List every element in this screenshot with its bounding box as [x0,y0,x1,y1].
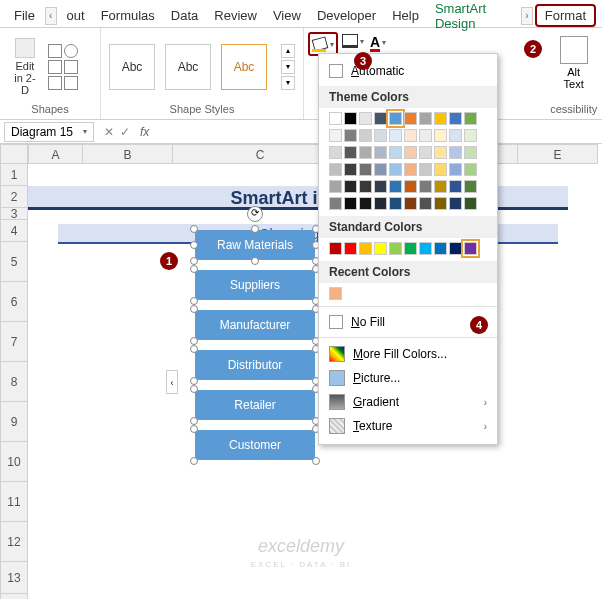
tab-smartart-design[interactable]: SmartArt Design [427,0,519,35]
font-color-button[interactable]: A ▾ [368,32,388,52]
row-header[interactable]: 11 [0,482,28,522]
color-swatch[interactable] [329,180,342,193]
color-swatch[interactable] [374,129,387,142]
color-swatch[interactable] [434,146,447,159]
row-header[interactable]: 9 [0,402,28,442]
color-swatch[interactable] [389,129,402,142]
color-swatch[interactable] [329,197,342,210]
color-swatch[interactable] [419,112,432,125]
color-swatch[interactable] [374,197,387,210]
color-swatch[interactable] [404,180,417,193]
shape-gallery[interactable] [48,44,92,90]
row-header[interactable]: 8 [0,362,28,402]
color-swatch[interactable] [464,197,477,210]
color-swatch[interactable] [374,163,387,176]
row-header[interactable]: 12 [0,522,28,562]
picture-option[interactable]: Picture... [319,366,497,390]
color-swatch[interactable] [419,163,432,176]
color-swatch[interactable] [359,242,372,255]
name-box[interactable]: Diagram 15▾ [4,122,94,142]
smartart-diagram[interactable]: ⟳ ‹ Raw Materials Suppliers Manufacturer… [180,230,330,470]
color-swatch[interactable] [389,112,402,125]
row-header[interactable]: 13 [0,562,28,594]
row-header[interactable]: 6 [0,282,28,322]
style-preset-1[interactable]: Abc [109,44,155,90]
smartart-node[interactable]: Distributor [195,350,315,380]
smartart-node[interactable]: Raw Materials [195,230,315,260]
color-swatch[interactable] [434,197,447,210]
color-swatch[interactable] [329,129,342,142]
color-swatch[interactable] [419,197,432,210]
row-header[interactable]: 2 [0,186,28,208]
color-swatch[interactable] [464,112,477,125]
tab-formulas[interactable]: Formulas [93,4,163,27]
tab-developer[interactable]: Developer [309,4,384,27]
col-header-e[interactable]: E [518,144,598,164]
color-swatch[interactable] [464,242,477,255]
color-swatch[interactable] [389,242,402,255]
color-swatch[interactable] [344,146,357,159]
color-swatch[interactable] [449,180,462,193]
row-header[interactable]: 7 [0,322,28,362]
style-preset-3[interactable]: Abc [221,44,267,90]
color-swatch[interactable] [449,112,462,125]
color-swatch[interactable] [344,197,357,210]
color-swatch[interactable] [449,129,462,142]
tab-out[interactable]: out [59,4,93,27]
automatic-option[interactable]: AAutomaticutomatic [319,60,497,82]
color-swatch[interactable] [404,163,417,176]
color-swatch[interactable] [359,112,372,125]
color-swatch[interactable] [374,180,387,193]
color-swatch[interactable] [374,242,387,255]
color-swatch[interactable] [449,146,462,159]
row-header[interactable]: 14 [0,594,28,599]
color-swatch[interactable] [434,129,447,142]
color-swatch[interactable] [359,146,372,159]
row-header[interactable]: 3 [0,208,28,220]
style-scroll-down[interactable]: ▾ [281,60,295,74]
col-header-b[interactable]: B [83,144,173,164]
tab-data[interactable]: Data [163,4,206,27]
tab-view[interactable]: View [265,4,309,27]
color-swatch[interactable] [329,287,342,300]
color-swatch[interactable] [389,146,402,159]
tab-scroll-left[interactable]: ‹ [45,7,57,25]
color-swatch[interactable] [329,163,342,176]
color-swatch[interactable] [329,242,342,255]
tab-scroll-right[interactable]: › [521,7,533,25]
color-swatch[interactable] [344,163,357,176]
color-swatch[interactable] [464,180,477,193]
smartart-node[interactable]: Manufacturer [195,310,315,340]
col-header-a[interactable]: A [28,144,83,164]
color-swatch[interactable] [419,242,432,255]
text-pane-toggle[interactable]: ‹ [166,370,178,394]
color-swatch[interactable] [329,112,342,125]
color-swatch[interactable] [359,163,372,176]
row-header[interactable]: 10 [0,442,28,482]
smartart-node[interactable]: Retailer [195,390,315,420]
rotate-handle[interactable]: ⟳ [247,206,263,222]
confirm-icon[interactable]: ✓ [120,125,130,139]
smartart-node[interactable]: Customer [195,430,315,460]
color-swatch[interactable] [404,129,417,142]
alt-text-button[interactable]: Alt Text [554,32,594,94]
color-swatch[interactable] [464,163,477,176]
tab-review[interactable]: Review [206,4,265,27]
color-swatch[interactable] [389,180,402,193]
color-swatch[interactable] [434,180,447,193]
tab-help[interactable]: Help [384,4,427,27]
color-swatch[interactable] [389,163,402,176]
color-swatch[interactable] [344,180,357,193]
edit-2d-button[interactable]: Edit in 2-D [8,34,42,100]
color-swatch[interactable] [344,112,357,125]
style-more[interactable]: ▾ [281,76,295,90]
smartart-node[interactable]: Suppliers [195,270,315,300]
color-swatch[interactable] [404,112,417,125]
color-swatch[interactable] [419,180,432,193]
color-swatch[interactable] [374,146,387,159]
color-swatch[interactable] [404,146,417,159]
row-header[interactable]: 4 [0,220,28,242]
color-swatch[interactable] [464,146,477,159]
color-swatch[interactable] [404,242,417,255]
color-swatch[interactable] [434,163,447,176]
